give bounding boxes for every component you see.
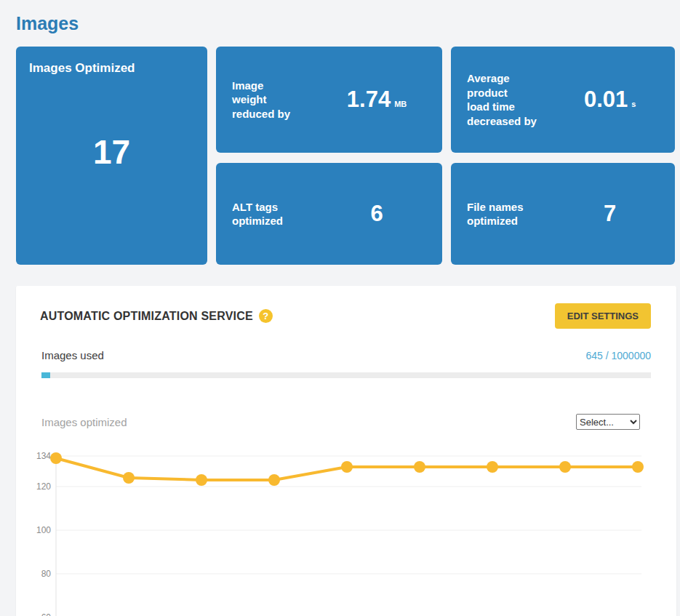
svg-text:120: 120	[36, 481, 51, 492]
automatic-optimization-panel: AUTOMATIC OPTIMIZATION SERVICE ? EDIT SE…	[16, 286, 676, 616]
stat-value: 17	[29, 76, 194, 250]
usage-progress-bar	[41, 372, 651, 378]
stat-value: 1.74	[347, 87, 391, 113]
stat-card-image-weight: Image weight reduced by 1.74 MB	[216, 47, 442, 153]
stat-label: File names optimized	[467, 200, 569, 228]
optimized-line-chart: 1341201008060	[29, 448, 676, 616]
stat-card-file-names: File names optimized 7	[451, 163, 675, 265]
stat-card-load-time: Average product load time decreased by 0…	[451, 47, 675, 153]
stat-unit: s	[631, 100, 636, 108]
period-select[interactable]: Select...	[576, 414, 640, 430]
stat-label: ALT tags optimized	[232, 200, 336, 228]
panel-header: AUTOMATIC OPTIMIZATION SERVICE ? EDIT SE…	[40, 303, 651, 329]
edit-settings-button[interactable]: EDIT SETTINGS	[555, 303, 651, 329]
images-used-count: 645 / 1000000	[585, 350, 651, 361]
usage-row: Images used 645 / 1000000	[41, 349, 651, 361]
stat-card-alt-tags: ALT tags optimized 6	[216, 163, 442, 265]
panel-title: AUTOMATIC OPTIMIZATION SERVICE	[40, 310, 253, 323]
svg-text:134: 134	[36, 451, 51, 461]
usage-progress-fill	[41, 372, 50, 378]
stats-grid: Image weight reduced by 1.74 MB Average …	[216, 47, 675, 265]
svg-text:80: 80	[41, 569, 52, 579]
stat-value: 6	[370, 201, 383, 227]
chart-header: Images optimized Select...	[41, 414, 640, 430]
svg-text:100: 100	[36, 525, 51, 535]
images-optimized-label: Images optimized	[41, 416, 127, 428]
stats-section: Images Optimized 17 Image weight reduced…	[16, 47, 675, 265]
stat-value: 7	[604, 201, 616, 227]
stat-card-images-optimized: Images Optimized 17	[16, 47, 207, 265]
help-icon[interactable]: ?	[259, 309, 273, 323]
stat-label: Average product load time decreased by	[467, 71, 569, 128]
stat-label: Image weight reduced by	[232, 79, 336, 121]
page: Images Images Optimized 17 Image weight …	[0, 0, 680, 616]
images-used-label: Images used	[41, 349, 104, 361]
svg-text:60: 60	[41, 612, 52, 616]
stat-value: 0.01	[584, 87, 628, 113]
stat-unit: MB	[394, 100, 407, 108]
stat-label: Images Optimized	[29, 61, 194, 76]
page-title: Images	[16, 13, 680, 34]
